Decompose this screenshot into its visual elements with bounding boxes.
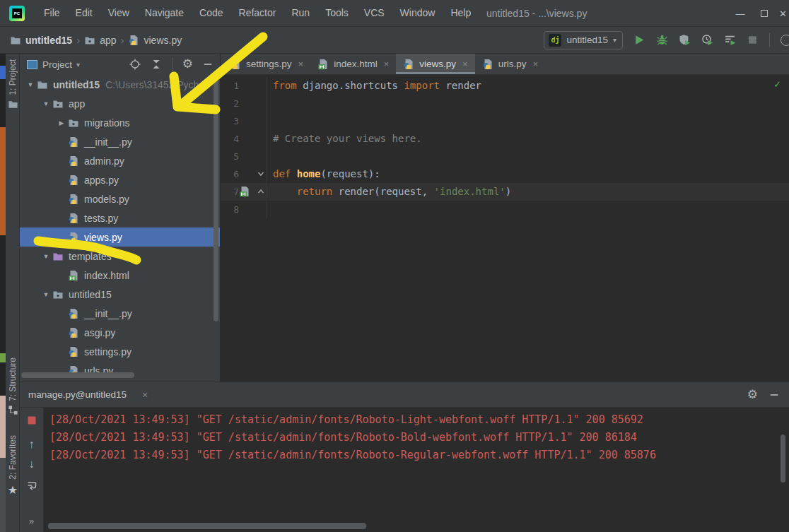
expander-expanded-icon[interactable]: ▼ <box>24 81 37 88</box>
python-file-icon <box>68 175 79 186</box>
breadcrumb-separator-icon: › <box>120 34 124 46</box>
package-folder-icon <box>52 98 64 110</box>
tree-item-app[interactable]: ▼ app <box>20 94 220 113</box>
code-line-2: 2 <box>221 95 789 112</box>
tab-index-html[interactable]: index.html × <box>310 54 396 74</box>
menu-view[interactable]: View <box>100 0 137 26</box>
hide-panel-icon[interactable] <box>203 59 213 70</box>
menu-file[interactable]: File <box>36 0 68 26</box>
tree-item-apps-py[interactable]: apps.py <box>20 170 220 189</box>
tree-item-asgi-py[interactable]: asgi.py <box>20 323 220 342</box>
debug-button[interactable] <box>656 34 668 46</box>
python-file-icon <box>230 59 241 70</box>
locate-file-icon[interactable] <box>129 59 141 70</box>
menu-help[interactable]: Help <box>443 0 479 26</box>
tree-item-admin-py[interactable]: admin.py <box>20 151 220 170</box>
up-stack-trace-icon[interactable]: ↑ <box>29 439 35 450</box>
breadcrumb-project[interactable]: untitled15 <box>10 35 72 46</box>
tree-item-untitled15-package[interactable]: ▼ untitled15 <box>20 285 220 304</box>
search-everywhere-icon[interactable] <box>781 35 789 46</box>
console-output[interactable]: [28/Oct/2021 13:49:53] "GET /static/admi… <box>44 408 789 532</box>
related-template-html-icon[interactable] <box>239 186 250 197</box>
tree-item-init-py[interactable]: __init__.py <box>20 132 220 151</box>
minimize-button[interactable]: — <box>728 0 752 27</box>
menu-navigate[interactable]: Navigate <box>137 0 192 26</box>
more-actions-icon[interactable]: » <box>29 516 34 526</box>
console-horizontal-scrollbar[interactable] <box>48 523 366 529</box>
down-stack-trace-icon[interactable]: ↓ <box>29 459 35 470</box>
run-configurations-list-button[interactable] <box>724 34 736 46</box>
console-tab-manage-py[interactable]: manage.py@untitled15 × <box>20 389 156 401</box>
run-with-coverage-button[interactable] <box>679 34 691 46</box>
navigation-toolbar: untitled15 › app › views.py dj untitled1… <box>0 27 789 54</box>
close-window-button[interactable]: ✕ <box>776 0 789 27</box>
chevron-down-icon: ▾ <box>613 36 616 44</box>
menu-edit[interactable]: Edit <box>68 0 100 26</box>
run-configuration-selector[interactable]: dj untitled15 ▾ <box>544 31 623 49</box>
project-horizontal-scrollbar[interactable] <box>21 372 134 378</box>
expander-collapsed-icon[interactable]: ▶ <box>55 119 68 126</box>
pycharm-logo-icon: PC <box>9 6 25 21</box>
hide-panel-icon[interactable] <box>769 390 779 400</box>
breadcrumb-package[interactable]: app <box>84 35 116 46</box>
line-number: 5 <box>221 148 239 165</box>
code-line-8: 8 <box>221 201 789 218</box>
editor-area: settings.py × index.html × views.py × <box>221 54 789 382</box>
menu-bar: File Edit View Navigate Code Refactor Ru… <box>36 0 479 26</box>
tree-item-init-py-2[interactable]: __init__.py <box>20 304 220 323</box>
expander-expanded-icon[interactable]: ▼ <box>40 253 52 260</box>
tree-item-migrations[interactable]: ▶ migrations <box>20 113 220 132</box>
expander-expanded-icon[interactable]: ▼ <box>40 100 52 107</box>
gear-icon[interactable]: ⚙ <box>182 59 193 70</box>
stop-button[interactable] <box>26 415 37 426</box>
star-icon: ★ <box>8 483 18 497</box>
tree-item-templates[interactable]: ▼ templates <box>20 247 220 266</box>
tab-views-py-active[interactable]: views.py × <box>396 54 474 74</box>
console-vertical-scrollbar[interactable] <box>781 435 785 483</box>
collapse-all-icon[interactable] <box>151 59 162 70</box>
tab-urls-py[interactable]: urls.py × <box>475 54 545 74</box>
code-editor[interactable]: 1 from django.shortcuts import render 2 … <box>221 75 789 382</box>
fold-region-icon[interactable] <box>257 170 265 178</box>
gear-icon[interactable]: ⚙ <box>747 389 758 401</box>
menu-run[interactable]: Run <box>284 0 317 26</box>
menu-code[interactable]: Code <box>192 0 230 26</box>
python-file-icon <box>68 327 79 338</box>
expander-expanded-icon[interactable]: ▼ <box>40 291 52 298</box>
tool-window-project-button[interactable]: 1: Project <box>6 59 20 110</box>
close-tab-icon[interactable]: × <box>142 389 148 401</box>
tree-item-models-py[interactable]: models.py <box>20 189 220 208</box>
soft-wrap-icon[interactable] <box>26 480 37 491</box>
tool-window-structure-button[interactable]: 7: Structure <box>6 357 20 415</box>
tree-item-tests-py[interactable]: tests.py <box>20 208 220 227</box>
tree-item-wsgi-py[interactable]: wsgi.py <box>20 380 220 382</box>
close-tab-icon[interactable]: × <box>462 59 468 69</box>
breadcrumb-file[interactable]: views.py <box>128 35 182 46</box>
project-tree: ▼ untitled15 C:\Users\31452\Pych ▼ app ▶… <box>20 75 220 382</box>
code-line-5: 5 <box>221 148 789 165</box>
run-button[interactable] <box>633 34 645 46</box>
toolbar-separator <box>769 33 770 47</box>
tab-settings-py[interactable]: settings.py × <box>223 54 310 74</box>
project-vertical-scrollbar[interactable] <box>214 79 218 321</box>
close-tab-icon[interactable]: × <box>532 59 538 69</box>
menu-window[interactable]: Window <box>392 0 443 26</box>
project-panel-title[interactable]: Project <box>42 59 72 70</box>
maximize-button[interactable] <box>752 0 776 27</box>
menu-tools[interactable]: Tools <box>317 0 356 26</box>
tool-window-favorites-button[interactable]: 2: Favorites ★ <box>6 435 20 497</box>
profiler-button[interactable] <box>701 34 713 46</box>
run-toolbar: dj untitled15 ▾ <box>544 31 789 49</box>
menu-refactor[interactable]: Refactor <box>231 0 284 26</box>
tree-item-root-untitled15[interactable]: ▼ untitled15 C:\Users\31452\Pych <box>20 75 220 94</box>
fold-region-icon[interactable] <box>257 187 265 196</box>
tree-item-settings-py[interactable]: settings.py <box>20 342 220 361</box>
close-tab-icon[interactable]: × <box>298 59 304 69</box>
tree-item-views-py-selected[interactable]: views.py <box>20 227 220 247</box>
menu-vcs[interactable]: VCS <box>356 0 392 26</box>
inspections-ok-check-icon[interactable]: ✓ <box>774 78 781 90</box>
line-number: 1 <box>221 77 239 95</box>
tree-item-index-html[interactable]: index.html <box>20 266 220 285</box>
close-tab-icon[interactable]: × <box>384 59 390 69</box>
code-line-1: 1 from django.shortcuts import render <box>221 77 789 95</box>
